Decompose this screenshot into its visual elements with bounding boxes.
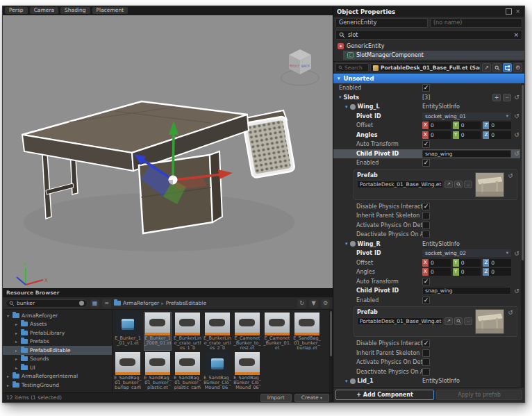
chevron-right-icon[interactable]: ▸ (14, 331, 19, 335)
import-button[interactable]: Import (260, 394, 292, 402)
asset-item[interactable]: E_SandBag_Bunker_Clo_Mound_06_2 (204, 352, 231, 390)
chevron-right-icon[interactable]: ▸ (14, 322, 19, 326)
chevron-right-icon[interactable]: ▸ (6, 374, 10, 378)
grid-view-icon[interactable]: ▦ (90, 299, 99, 308)
property-search-input[interactable]: Search (335, 63, 369, 72)
menu-camera[interactable]: Camera (30, 7, 58, 14)
chevron-right-icon[interactable]: ▸ (14, 348, 19, 353)
clear-filter-icon[interactable]: × (513, 31, 519, 38)
tree-item-testingground[interactable]: ▸TestingGround (3, 381, 112, 390)
float-panel-icon[interactable] (506, 8, 512, 15)
open-external-icon[interactable]: ↗ (444, 317, 453, 325)
angles-x-input[interactable]: 0 (429, 131, 451, 139)
entity-type-field[interactable]: GenericEntity (335, 18, 428, 28)
more-icon[interactable]: .. (464, 317, 472, 325)
search-icon-button[interactable] (454, 317, 463, 325)
tree-item-prefablibrary[interactable]: ▸PrefabLibrary (3, 328, 112, 338)
flag-checkbox[interactable]: ✓ (422, 340, 430, 347)
auto-transform-checkbox[interactable]: ✓ (422, 278, 430, 285)
list-view-icon[interactable]: ≡ (102, 299, 111, 308)
close-icon[interactable]: × (515, 8, 521, 15)
more-icon[interactable]: .. (464, 181, 472, 188)
settings-gear-icon[interactable]: ⚙ (513, 63, 522, 72)
offset-y-input[interactable]: 0 (459, 259, 481, 267)
reset-icon[interactable]: ↺ (513, 94, 520, 101)
child-pivot-id-input[interactable]: snap_wing (422, 150, 511, 158)
entity-name-field[interactable]: (no name) (430, 18, 522, 28)
clear-search-icon[interactable] (79, 301, 84, 306)
search-icon-button[interactable] (492, 63, 501, 72)
reset-icon[interactable]: ↺ (513, 113, 520, 119)
chevron-down-icon[interactable]: ▾ (345, 241, 348, 247)
tree-item-sounds[interactable]: ▸Sounds (3, 355, 112, 364)
flag-checkbox[interactable]: ✓ (422, 212, 430, 219)
flag-checkbox[interactable]: ✓ (422, 368, 430, 376)
auto-transform-checkbox[interactable]: ✓ (422, 140, 430, 148)
prefab-selector-dropdown[interactable]: PortableDesk_01_Base_Full.et (San ▾ (370, 63, 481, 72)
child-pivot-id-input[interactable]: snap_wing (422, 287, 511, 294)
flag-checkbox[interactable]: ✓ (422, 203, 430, 210)
reset-icon[interactable]: ↺ (513, 150, 520, 157)
asset-item[interactable]: E_BunkerLine_crate_urtles_1_0 (174, 313, 201, 350)
tree-item-armareforgerinternal[interactable]: ▸ArmaReforgerInternal (3, 372, 112, 381)
chevron-down-icon[interactable]: ▾ (339, 94, 342, 100)
asset-item[interactable]: E_BunkerLine_crate_urtles_2_0 (204, 313, 231, 350)
angles-z-input[interactable]: 0 (489, 268, 511, 276)
angles-y-input[interactable]: 0 (459, 131, 481, 139)
offset-z-input[interactable]: 0 (489, 122, 511, 129)
menu-placement[interactable]: Placement (92, 7, 128, 14)
reset-icon[interactable]: ↺ (513, 131, 520, 138)
reset-icon[interactable]: ↺ (507, 172, 514, 197)
offset-y-input[interactable]: 0 (459, 122, 481, 129)
view-cube[interactable]: RIGHT BACK W S (280, 49, 319, 88)
pivot-id-select[interactable]: socket_wing_01▾ (422, 113, 511, 120)
row-child-pivot-id-selected[interactable]: Child Pivot ID snap_wing ↺ (333, 149, 520, 159)
entity-tree-item[interactable]: GenericEntity (333, 42, 524, 51)
remove-slot-button[interactable]: − (503, 94, 511, 101)
chevron-right-icon[interactable]: ▸ (14, 365, 19, 370)
asset-item[interactable]: E_Camonet_Bunker_to_rest.et (234, 313, 260, 350)
slots-label[interactable]: ▾Slots (333, 94, 422, 101)
angles-z-input[interactable]: 0 (489, 131, 511, 139)
add-slot-button[interactable]: + (492, 94, 501, 101)
filter-icon[interactable]: ▼ (309, 299, 318, 308)
open-external-icon[interactable]: ↗ (444, 181, 453, 188)
3d-viewport[interactable]: RIGHT BACK W S Y X (3, 15, 333, 288)
hierarchy-view-icon[interactable] (503, 63, 512, 72)
search-icon-button[interactable] (454, 181, 463, 188)
prefab-thumbnail[interactable] (475, 309, 504, 334)
reset-icon[interactable]: ↺ (507, 309, 514, 334)
pivot-id-select[interactable]: socket_wing_02▾ (422, 249, 511, 257)
grid-scrollbar[interactable] (329, 310, 333, 392)
flag-checkbox[interactable]: ✓ (422, 222, 430, 229)
angles-y-input[interactable]: 0 (459, 268, 481, 276)
slot-enabled-checkbox[interactable]: ✓ (422, 159, 430, 167)
asset-item[interactable]: E_SandBag_01_bunker_burlap.et (294, 313, 320, 350)
resource-search-input[interactable]: bunker (6, 299, 88, 308)
prefab-path-field[interactable]: PortableDesk_01_Base_Wing.et (357, 317, 443, 325)
menu-persp[interactable]: Persp (5, 7, 28, 14)
prefab-thumbnail[interactable] (475, 172, 504, 197)
tree-item-ui[interactable]: ▸UI (3, 363, 112, 372)
open-external-icon[interactable]: ↗ (482, 63, 491, 72)
chevron-down-icon[interactable]: ▾ (345, 104, 348, 110)
row-slot-header-wing-r[interactable]: ▾Wing_R EntitySlotInfo (333, 240, 520, 249)
asset-item[interactable]: E_SandBag_01_bunker_plastic_cam (174, 352, 201, 390)
asset-item-selected[interactable]: E_Bunker_1_2008_01.et (144, 313, 171, 350)
properties-scrollbar[interactable] (521, 83, 524, 387)
breadcrumb-root[interactable]: ArmaReforger (123, 300, 159, 306)
asset-item[interactable]: E_SandBag_01_bunker_burlap_cam (115, 352, 141, 390)
prefab-path-field[interactable]: PortableDesk_01_Base_Wing.et (357, 181, 443, 188)
offset-x-input[interactable]: 0 (429, 259, 451, 267)
offset-z-input[interactable]: 0 (489, 259, 511, 267)
create-button[interactable]: Create ▾ (294, 394, 329, 402)
enabled-checkbox[interactable]: ✓ (422, 84, 430, 92)
tree-item-prefabs[interactable]: ▸Prefabs (3, 338, 112, 347)
row-slot-header-wing-l[interactable]: ▾Wing_L EntitySlotInfo (333, 102, 520, 112)
chevron-right-icon[interactable]: ▸ (14, 339, 19, 344)
component-tree-item-selected[interactable]: C SlotManagerComponent (343, 51, 524, 60)
breadcrumb-current[interactable]: PrefabsEditable (166, 300, 206, 306)
chevron-right-icon[interactable]: ▸ (6, 383, 10, 388)
asset-item[interactable]: E_Camonet_Bunker_01.et (264, 313, 290, 350)
apply-to-prefab-button[interactable]: Apply to prefab (436, 390, 522, 400)
